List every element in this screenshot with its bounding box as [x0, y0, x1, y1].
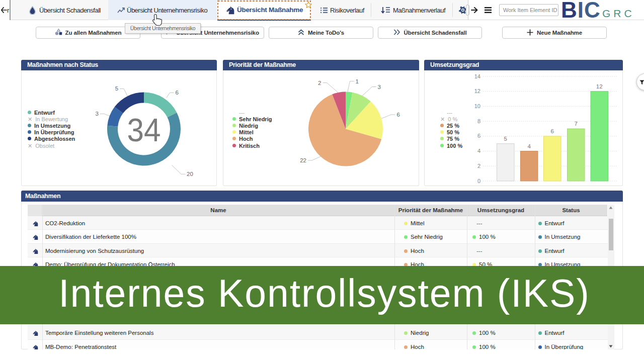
svg-text:2: 2	[477, 163, 480, 169]
svg-text:6: 6	[176, 89, 179, 96]
svg-text:12: 12	[596, 83, 603, 89]
svg-text:20: 20	[187, 171, 193, 177]
svg-text:7: 7	[574, 121, 577, 127]
svg-text:1: 1	[356, 78, 359, 84]
svg-text:10: 10	[474, 103, 480, 109]
svg-text:22: 22	[300, 157, 306, 163]
svg-text:6: 6	[397, 112, 400, 118]
svg-text:6: 6	[477, 133, 480, 139]
svg-text:3: 3	[95, 111, 98, 117]
svg-text:3: 3	[378, 84, 381, 90]
svg-text:0: 0	[477, 178, 480, 184]
svg-text:5: 5	[504, 136, 507, 142]
svg-text:14: 14	[474, 73, 480, 79]
svg-text:4: 4	[527, 143, 531, 149]
svg-text:6: 6	[550, 128, 553, 134]
svg-text:2: 2	[318, 80, 321, 86]
svg-text:8: 8	[477, 118, 480, 124]
svg-text:34: 34	[127, 112, 161, 148]
svg-text:4: 4	[477, 148, 480, 154]
svg-text:5: 5	[115, 85, 118, 92]
svg-text:12: 12	[474, 88, 480, 94]
